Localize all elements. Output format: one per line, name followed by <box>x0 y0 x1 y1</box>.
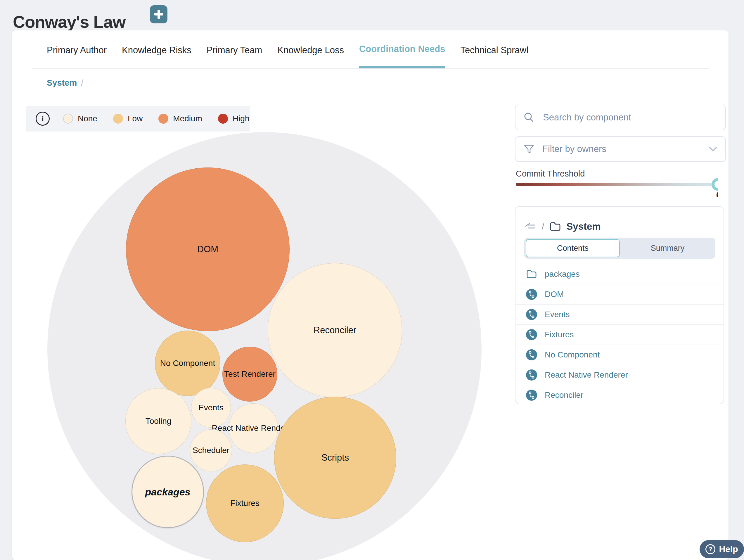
component-name: packages <box>545 269 580 279</box>
info-icon[interactable]: i <box>36 112 50 126</box>
plus-badge-icon[interactable] <box>150 5 168 24</box>
view-tab[interactable]: Coordination Needs <box>359 44 445 68</box>
component-branch-icon <box>526 349 537 360</box>
help-label: Help <box>719 544 738 554</box>
folder-icon <box>526 269 537 279</box>
view-tabs: Primary AuthorKnowledge RisksPrimary Tea… <box>47 44 528 68</box>
main-card: Primary AuthorKnowledge RisksPrimary Tea… <box>12 30 729 560</box>
component-row[interactable]: Reconciler <box>516 385 723 404</box>
legend-label: Medium <box>173 114 202 123</box>
bubble-label: DOM <box>197 244 218 255</box>
search-input[interactable] <box>543 112 718 123</box>
search-icon <box>523 112 535 123</box>
bubble-events[interactable]: Events <box>191 388 231 427</box>
legend-item: None <box>63 114 97 124</box>
page-title: Conway's Law <box>13 12 125 32</box>
breadcrumb-separator: / <box>81 78 83 87</box>
legend-items: None Low Medium High <box>63 114 250 124</box>
bubble-scripts[interactable]: Scripts <box>274 397 396 519</box>
view-tab[interactable]: Primary Team <box>207 44 262 68</box>
panel-tabstrip: Contents Summary <box>524 237 715 259</box>
slider-track[interactable] <box>516 183 718 186</box>
component-row[interactable]: packages <box>516 264 723 284</box>
legend-item: Low <box>113 114 143 124</box>
component-row[interactable]: Fixtures <box>516 325 723 345</box>
component-row[interactable]: DOM <box>516 284 723 304</box>
bubble-no-component[interactable]: No Component <box>155 331 220 396</box>
bubble-label: Test Renderer <box>224 369 275 379</box>
bubble-react-native-renderer[interactable]: React Native Renderer <box>228 403 278 453</box>
bubble-tooling[interactable]: Tooling <box>125 388 191 454</box>
component-name: Events <box>545 310 570 319</box>
legend-item: High <box>218 114 250 124</box>
panel-breadcrumb-separator: / <box>542 222 544 231</box>
bubble-scheduler[interactable]: Scheduler <box>190 430 232 472</box>
view-tab[interactable]: Primary Author <box>47 44 107 68</box>
legend-item: Medium <box>158 114 202 124</box>
legend-swatch <box>63 114 73 124</box>
component-name: Reconciler <box>545 390 583 400</box>
component-row[interactable]: No Component <box>516 345 723 365</box>
breadcrumb[interactable]: System/ <box>47 78 83 88</box>
breadcrumb-root[interactable]: System <box>47 78 77 87</box>
filter-label: Filter by owners <box>543 144 701 154</box>
bubble-label: packages <box>145 486 190 498</box>
legend-label: Low <box>128 114 143 123</box>
filter-owners-dropdown[interactable]: Filter by owners <box>515 136 726 162</box>
risk-legend: i None Low Medium High <box>26 106 250 132</box>
bubble-label: No Component <box>160 359 215 368</box>
search-box <box>515 105 726 130</box>
component-branch-icon <box>526 389 537 401</box>
panel-header: / System <box>524 218 601 235</box>
bubble-test-renderer[interactable]: Test Renderer <box>222 347 277 402</box>
bubble-label: Reconciler <box>313 325 356 336</box>
plus-icon <box>154 10 163 19</box>
slider-handle[interactable] <box>712 178 718 191</box>
component-name: Fixtures <box>545 330 574 339</box>
bubble-dom[interactable]: DOM <box>126 167 290 331</box>
filter-icon <box>523 143 535 155</box>
bubble-label: Fixtures <box>230 499 260 508</box>
component-branch-icon <box>526 289 537 300</box>
view-tab[interactable]: Knowledge Risks <box>122 44 191 68</box>
bubble-fixtures[interactable]: Fixtures <box>206 464 284 542</box>
component-name: React Native Renderer <box>545 370 628 380</box>
component-branch-icon <box>526 329 537 340</box>
bubble-label: Scripts <box>322 452 349 463</box>
view-tab[interactable]: Knowledge Loss <box>277 44 344 68</box>
system-panel: / System Contents Summary <box>515 206 724 404</box>
question-icon: ? <box>705 544 715 554</box>
bubble-label: Scheduler <box>193 446 229 455</box>
component-branch-icon <box>526 309 537 320</box>
legend-swatch <box>113 114 123 124</box>
component-name: No Component <box>545 350 600 360</box>
view-tab[interactable]: Technical Sprawl <box>460 44 528 68</box>
help-button[interactable]: ? Help <box>700 540 744 558</box>
tab-contents[interactable]: Contents <box>526 239 620 257</box>
component-list: packages DOM <box>516 264 723 404</box>
slider-value: 0 <box>716 190 718 197</box>
component-row[interactable]: Events <box>516 304 723 325</box>
bubble-label: Tooling <box>146 416 172 426</box>
legend-swatch <box>158 114 168 124</box>
legend-label: None <box>78 114 97 123</box>
back-icon[interactable] <box>524 222 536 231</box>
component-branch-icon <box>526 369 537 380</box>
legend-swatch <box>218 114 228 124</box>
commit-threshold-slider: 0 <box>516 178 718 197</box>
folder-icon <box>549 222 561 231</box>
bubble-reconciler[interactable]: Reconciler <box>268 263 402 398</box>
chevron-down-icon <box>708 146 718 152</box>
tab-summary[interactable]: Summary <box>621 239 714 257</box>
component-name: DOM <box>545 290 564 299</box>
bubble-label: Events <box>198 403 224 412</box>
panel-title: System <box>566 221 600 232</box>
commit-threshold-label: Commit Threshold <box>516 169 585 179</box>
legend-label: High <box>233 114 250 123</box>
component-row[interactable]: React Native Renderer <box>516 365 723 385</box>
bubble-packages[interactable]: packages <box>132 456 204 528</box>
